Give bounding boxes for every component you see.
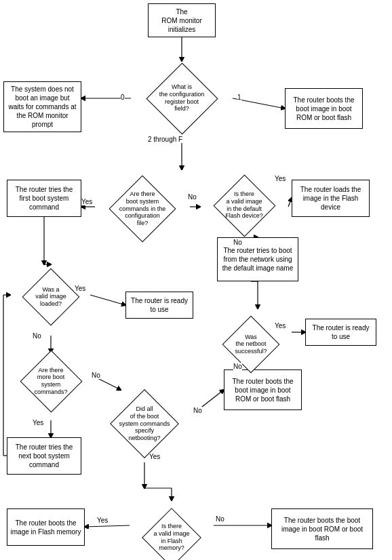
boot-rom-flash-1-box: The router boots the boot image in boot … [285,88,363,129]
label-yes-2: Yes [275,175,286,182]
more-boot-commands-diamond: Are there more boot system commands? [7,342,95,420]
ready-to-use-2-box: The router is ready to use [305,319,376,346]
flowchart-diagram: The ROM monitor initializes The system d… [0,0,392,560]
label-no-3: No [33,332,41,340]
label-yes-1: Yes [81,198,92,205]
label-yes-5: Yes [33,419,43,426]
svg-line-30 [85,525,130,527]
boot-commands-diamond: Are there boot system commands in the co… [95,168,190,249]
label-0: 0 [121,94,125,101]
all-specify-netboot-diamond: Did all of the boot system commands spec… [96,380,193,468]
label-yes-4: Yes [275,322,286,329]
label-no-4: No [233,363,242,370]
label-no-5: No [92,372,100,379]
valid-image-flash-mem-diamond: Is there a valid image in Flash memory? [130,500,214,560]
tries-first-boot-box: The router tries the first boot system c… [7,180,81,217]
config-register-diamond: What is the configuration register boot … [131,61,233,136]
boot-image-flash-mem-box: The router boots the image in Flash memo… [7,508,85,546]
label-no-6: No [193,407,202,414]
waits-rom-box: The system does not boot an image but wa… [3,81,81,132]
valid-image-loaded-diamond: Was a valid image loaded? [10,261,92,332]
label-no-7: No [216,515,224,523]
ready-to-use-1-box: The router is ready to use [125,292,193,319]
label-yes-6: Yes [97,517,108,524]
loads-image-flash-box: The router loads the image in the Flash … [292,180,370,217]
label-2-through-f: 2 through F [148,136,182,143]
label-no-2: No [233,239,242,246]
label-yes-7: Yes [149,453,160,460]
boot-rom-flash-3-box: The router boots the boot image in boot … [271,508,373,549]
label-1: 1 [237,94,241,101]
rom-monitor-box: The ROM monitor initializes [148,3,216,37]
label-yes-3: Yes [75,285,85,292]
tries-next-boot-box: The router tries the next boot system co… [7,437,81,475]
label-no-1: No [188,193,197,201]
svg-line-16 [90,295,125,305]
netboot-successful-diamond: Was the netboot successful? [210,308,292,380]
boot-from-network-box: The router tries to boot from the networ… [217,237,298,281]
